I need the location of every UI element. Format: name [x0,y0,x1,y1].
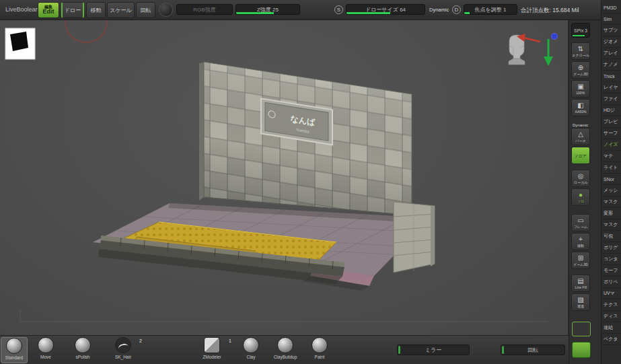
shelf-button-floor[interactable]: フロア [571,147,590,164]
right-shelf: SPix 3 ⇅ スクロール ⊕ ズーム3D ▣ 100% ◧ AA50% Dy… [569,20,601,364]
axis-z-dot[interactable] [552,34,558,40]
rotate-slider[interactable]: 回転 [501,344,565,355]
shelf-button-perspective[interactable]: △ パース [571,128,590,145]
solo-icon: ● [579,192,583,198]
focal-shift-label: 焦点を調整 1 [475,6,507,13]
focal-shift-slider[interactable]: 焦点を調整 1 [464,4,517,15]
shelf-button-line-fill[interactable]: ▤ Line Fill [571,275,590,292]
tool-panel-item[interactable]: ジオメ [601,36,621,48]
brush-thumbnail-curve [115,337,131,353]
tool-panel-item[interactable]: メッシ [601,185,621,196]
tool-panel-item[interactable]: ディス [601,311,621,322]
tool-panel-item[interactable]: ポリペ [601,277,621,288]
brush-label: ClayBuildup [274,355,297,359]
alpha-preview[interactable] [5,28,35,59]
mirror-slider[interactable]: ミラー [397,344,470,355]
live-boolean-toggle[interactable]: LiveBoolean [5,6,39,13]
shelf-button-ghost[interactable] [572,322,591,336]
shelf-button-transparency[interactable]: ▨ 透過 [571,293,590,311]
dynamic-persp-tag: Dynamic [573,123,601,127]
spix-label: SPix [574,28,583,33]
material-orb-icon[interactable] [159,3,173,17]
spix-slider[interactable]: SPix 3 [571,23,590,38]
move-mode-button[interactable]: 移動 [86,2,106,18]
brush-sk-hair[interactable]: 2 SK_Hair [106,337,141,363]
top-toolbar: LiveBoolean 編集 Edit ドロー 移動 スケール 回転 RGB強度… [0,0,601,20]
tool-panel-item[interactable]: PM3D [601,2,621,13]
shelf-button-solo[interactable]: ● ソロ [571,188,590,206]
brush-badge: 2 [139,338,142,343]
tool-panel-item[interactable]: テクス [601,299,621,311]
brush-paint[interactable]: Paint [305,337,334,363]
tool-panel-item[interactable]: ファイ [601,94,621,105]
local-icon: ◎ [578,173,584,180]
shelf-label-frame: フレーム [574,225,588,228]
shelf-button-aa-half[interactable]: ◧ AA50% [571,99,590,116]
dynamic-toggle[interactable]: Dynamic [429,7,449,13]
tool-panel-item[interactable]: ライト [601,162,621,174]
total-points-readout: 合計頂点数: 15.684 Mil [521,7,579,15]
brush-label: Move [40,355,51,359]
model-side-bricks [394,202,435,272]
zoom-icon: ⊕ [578,65,583,71]
tool-panel-item[interactable]: SNor [601,174,621,185]
brush-spolish[interactable]: sPolish [67,337,99,363]
tool-panel-item[interactable]: レイヤ [601,82,621,94]
draw-size-slider[interactable]: ドローサイズ 64 [346,4,425,15]
draw-mode-button[interactable]: ドロー [61,2,84,18]
tool-panel-item[interactable]: 連結 [601,322,621,334]
tool-panel-item[interactable]: マスク [601,196,621,208]
shelf-button-local[interactable]: ◎ ローカル [571,170,590,187]
tool-panel-item[interactable]: 可視 [601,231,621,242]
shelf-button-zoom-view[interactable]: ⊞ ズーム3D [571,252,590,269]
scale-mode-label: スケール [110,7,132,14]
tool-panel-item[interactable]: UVマ [601,288,621,299]
mirror-slider-label: ミラー [425,347,441,354]
shelf-button-scroll[interactable]: ⇅ スクロール [571,42,590,60]
line-fill-icon: ▤ [577,278,583,285]
tool-panel-item[interactable]: ナノメ [601,59,621,71]
spix-value: 3 [585,28,587,33]
rgb-intensity-slider[interactable]: RGB強度 [176,4,233,15]
shelf-label-solo: ソロ [577,199,584,203]
perspective-icon: △ [578,131,583,138]
brush-standard[interactable]: Standard [1,337,28,363]
shelf-label-local: ローカル [574,180,588,184]
brush-zmodeler[interactable]: 1 ZModeler [194,337,230,363]
brush-claybuildup[interactable]: ClayBuildup [266,337,304,363]
shelf-button-frame[interactable]: ▭ フレーム [571,214,590,231]
tool-panel-item[interactable]: アレイ [601,48,621,59]
brush-move[interactable]: Move [32,337,60,363]
draw-mode-label: ドロー [65,7,81,14]
tool-panel-item[interactable]: サブツ [601,25,621,36]
tool-panel-item[interactable]: HDジ [601,105,621,116]
shelf-bottom-button[interactable] [572,342,591,358]
shelf-button-move-view[interactable]: + 移動 [571,233,590,250]
shelf-button-actual-size[interactable]: ▣ 100% [571,80,590,98]
tool-panel-item[interactable]: Sim [601,13,621,25]
shelf-label-line-fill: Line Fill [575,285,587,289]
shelf-label-actual-size: 100% [576,91,585,94]
brush-badge: 1 [229,338,231,343]
rotate-mode-button[interactable]: 回転 [136,2,155,18]
tool-panel-item[interactable]: サーフ [601,128,621,139]
tool-panel-item[interactable]: モーフ [601,265,621,277]
scale-mode-button[interactable]: スケール [107,2,135,18]
tool-panel-item[interactable]: コンタ [601,254,621,265]
tool-panel-item[interactable]: Thick [601,71,621,82]
canvas-viewport[interactable]: なんば Namba [0,20,569,335]
z-intensity-slider[interactable]: Z強度 25 [235,4,300,15]
edit-button[interactable]: 編集 Edit [38,2,59,18]
shelf-label-zoom3d: ズーム3D [573,72,588,75]
brush-label: ZModeler [203,355,221,359]
tool-panel-item[interactable]: ベクタ [601,334,621,345]
tool-panel-item[interactable]: マテ [601,151,621,162]
tool-panel-item[interactable]: マスク [601,219,621,231]
shelf-button-zoom3d[interactable]: ⊕ ズーム3D [571,61,590,79]
tool-panel-item[interactable]: プレビ [601,116,621,128]
tool-panel-item-noise[interactable]: ノイズ [601,139,621,151]
brush-clay[interactable]: Clay [236,337,266,363]
tool-panel-item[interactable]: ポリグ [601,242,621,254]
tool-panel-item[interactable]: 変形 [601,208,621,219]
brush-label: Clay [246,355,255,359]
